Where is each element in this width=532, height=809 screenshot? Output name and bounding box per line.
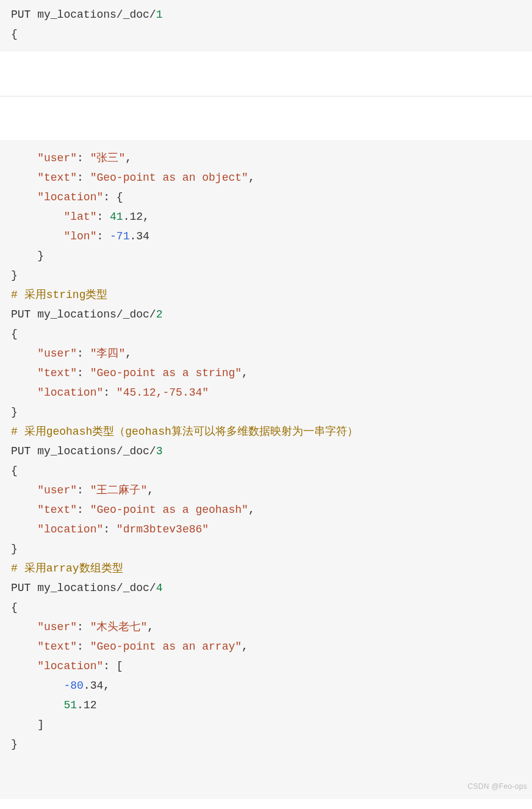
comma: ,: [147, 484, 154, 496]
comment-keyword-geohash: geohash: [46, 426, 93, 438]
key-user: "user": [37, 152, 77, 164]
val-user-1: "张三": [90, 152, 126, 164]
val-location-2: "45.12,-75.34": [117, 386, 209, 399]
comment-text: 算法可以将多维数据映射为一串字符）: [171, 426, 358, 438]
put-verb: PUT my_locations/_doc/: [11, 445, 156, 457]
brace-close: }: [11, 738, 18, 750]
key-location: "location": [37, 191, 103, 203]
brace-close: }: [11, 543, 18, 555]
comma: ,: [125, 152, 132, 164]
doc-id-3: 3: [156, 445, 163, 457]
val-text-1: "Geo-point as an object": [90, 172, 248, 184]
val-lon-int: -71: [110, 230, 129, 242]
val-arr-lon-int: -80: [63, 680, 83, 692]
comment-text: 采用: [18, 289, 46, 301]
val-user-2: "李四": [90, 347, 126, 360]
key-user: "user": [37, 484, 77, 496]
doc-id-4: 4: [156, 582, 163, 594]
key-lon: "lon": [63, 230, 96, 242]
val-location-3: "drm3btev3e86": [117, 523, 209, 535]
key-text: "text": [37, 367, 77, 379]
val-user-3: "王二麻子": [90, 484, 148, 496]
colon: :: [77, 484, 90, 496]
colon: :: [96, 211, 110, 223]
comment-text: 类型: [85, 289, 107, 301]
key-text: "text": [37, 504, 77, 516]
val-lat-int: 41: [110, 211, 123, 223]
comma: ,: [143, 211, 149, 223]
val-lon-frac: .34: [129, 230, 149, 242]
key-location: "location": [37, 523, 103, 535]
key-location: "location": [37, 660, 103, 672]
put-verb: PUT my_locations/_doc/: [11, 9, 156, 21]
val-arr-lat-frac: .12: [77, 699, 96, 711]
doc-id-1: 1: [156, 9, 163, 21]
key-location: "location": [37, 386, 103, 399]
comment-keyword-geohash2: geohash: [125, 426, 171, 438]
val-text-2: "Geo-point as a string": [90, 367, 242, 379]
code-block-top: PUT my_locations/_doc/1 {: [0, 0, 532, 51]
comment-hash: #: [11, 289, 18, 301]
bracket-open: [: [117, 660, 123, 672]
colon: :: [103, 523, 117, 535]
brace-close: }: [11, 269, 18, 281]
colon: :: [77, 152, 90, 164]
comment-text: 数组类型: [79, 562, 123, 575]
code-block-main: "user": "张三", "text": "Geo-point as an o…: [0, 140, 532, 799]
brace-close: }: [11, 406, 18, 418]
comma: ,: [103, 680, 110, 692]
comma: ,: [147, 621, 154, 633]
colon: :: [103, 386, 117, 399]
colon: :: [96, 230, 110, 242]
colon: :: [77, 172, 90, 184]
bracket-close: ]: [37, 719, 44, 731]
comma: ,: [242, 640, 248, 653]
colon: :: [103, 191, 117, 203]
key-user: "user": [37, 347, 77, 360]
colon: :: [77, 367, 90, 379]
comment-text: 采用: [18, 562, 46, 575]
put-verb: PUT my_locations/_doc/: [11, 582, 156, 594]
divider-line: [0, 96, 532, 96]
comma: ,: [242, 367, 248, 379]
colon: :: [77, 504, 90, 516]
val-user-4: "木头老七": [90, 621, 148, 633]
put-verb: PUT my_locations/_doc/: [11, 308, 156, 321]
val-text-3: "Geo-point as a geohash": [90, 504, 248, 516]
val-arr-lat-int: 51: [63, 699, 77, 711]
brace-open: {: [117, 191, 123, 203]
comma: ,: [248, 172, 255, 184]
colon: :: [103, 660, 117, 672]
colon: :: [77, 347, 90, 360]
key-lat: "lat": [63, 211, 96, 223]
comment-hash: #: [11, 426, 18, 438]
brace-open: {: [11, 328, 18, 340]
watermark-text: CSDN @Feo-ops: [468, 777, 527, 796]
brace-open: {: [11, 28, 18, 40]
key-text: "text": [37, 172, 77, 184]
comment-text: 采用: [18, 426, 46, 438]
colon: :: [77, 621, 90, 633]
brace-open: {: [11, 601, 18, 614]
comma: ,: [248, 504, 255, 516]
brace-open: {: [11, 465, 18, 477]
colon: :: [77, 640, 90, 653]
blank-spacer: [0, 52, 532, 140]
key-text: "text": [37, 640, 77, 653]
key-user: "user": [37, 621, 77, 633]
val-text-4: "Geo-point as an array": [90, 640, 242, 653]
doc-id-2: 2: [156, 308, 163, 321]
brace-close: }: [37, 250, 44, 262]
val-lat-frac: .12: [123, 211, 143, 223]
comment-text: 类型（: [92, 426, 125, 438]
comment-hash: #: [11, 562, 18, 575]
comma: ,: [125, 347, 132, 360]
val-arr-lon-frac: .34: [84, 680, 103, 692]
comment-keyword-string: string: [46, 289, 86, 301]
comment-keyword-array: array: [46, 562, 79, 575]
